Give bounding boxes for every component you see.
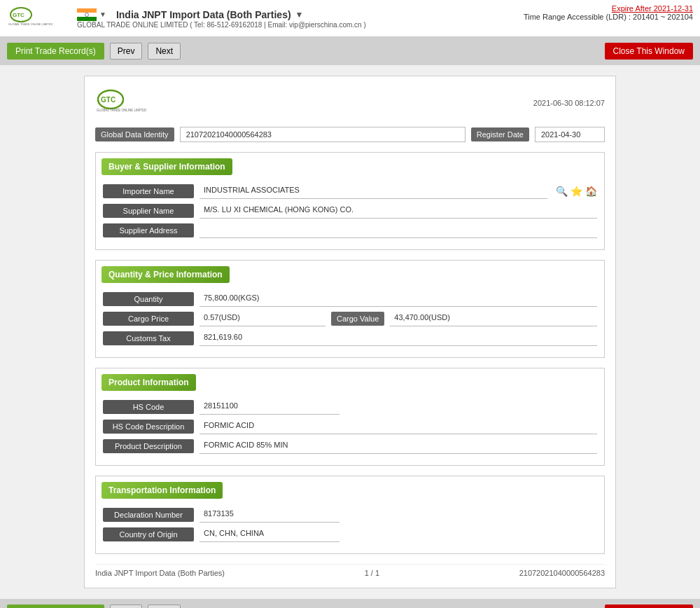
product-section: Product Information HS Code 28151100 HS … [95, 368, 605, 466]
product-desc-value: FORMIC ACID 85% MIN [200, 438, 597, 454]
home-icon[interactable]: 🏠 [585, 186, 597, 197]
search-icon[interactable]: 🔍 [556, 186, 568, 197]
bottom-toolbar: Print Trade Record(s) Prev Next Close Th… [0, 599, 700, 608]
cargo-price-value: 0.57(USD) [200, 311, 326, 326]
gdi-row: Global Data Identity 2107202104000056428… [95, 127, 605, 142]
transportation-section: Transportation Information Declaration N… [95, 476, 605, 554]
svg-rect-4 [77, 8, 97, 13]
buyer-supplier-title: Buyer & Supplier Information [102, 158, 232, 175]
bottom-next-button[interactable]: Next [148, 604, 181, 608]
supplier-row: Supplier Name M/S. LU XI CHEMICAL (HONG … [103, 203, 597, 219]
gdi-value: 21072021040000564283 [180, 127, 465, 142]
print-button[interactable]: Print Trade Record(s) [7, 43, 104, 60]
india-flag [77, 8, 97, 21]
svg-text:GTC: GTC [13, 12, 24, 18]
svg-text:GTC: GTC [101, 96, 115, 104]
logo-area: GTC GLOBAL TRADE ONLINE LIMITED [7, 4, 63, 32]
next-button[interactable]: Next [148, 43, 181, 60]
buyer-supplier-section: Buyer & Supplier Information Importer Na… [95, 152, 605, 250]
ldr-label: Time Range Accessible (LDR) : 201401 ~ 2… [524, 13, 693, 21]
main-content: GTC GLOBAL TRADE ONLINE LIMITED 2021-06-… [0, 65, 700, 599]
register-date-label: Register Date [471, 127, 529, 141]
header-subtitle: GLOBAL TRADE ONLINE LIMITED ( Tel: 86-51… [77, 21, 366, 29]
bottom-close-button[interactable]: Close This Window [605, 604, 693, 608]
record-header: GTC GLOBAL TRADE ONLINE LIMITED 2021-06-… [95, 87, 605, 118]
prev-button[interactable]: Prev [110, 43, 143, 60]
hs-desc-value: FORMIC ACID [200, 419, 597, 434]
country-origin-label: Country of Origin [103, 527, 194, 541]
transportation-title: Transportation Information [102, 482, 223, 499]
company-logo: GTC GLOBAL TRADE ONLINE LIMITED [7, 4, 63, 32]
star-icon[interactable]: ⭐ [570, 186, 582, 197]
quantity-row: Quantity 75,800.00(KGS) [103, 291, 597, 307]
header-right: Expire After 2021-12-31 Time Range Acces… [524, 4, 693, 21]
flag-area: ▼ [77, 8, 106, 21]
bottom-prev-button[interactable]: Prev [110, 604, 143, 608]
expire-label[interactable]: Expire After 2021-12-31 [524, 4, 693, 13]
svg-text:GLOBAL TRADE ONLINE LIMITED: GLOBAL TRADE ONLINE LIMITED [97, 109, 147, 112]
record-id: 21072021040000564283 [519, 569, 605, 577]
importer-icons: 🔍 ⭐ 🏠 [556, 186, 597, 197]
quantity-value: 75,800.00(KGS) [200, 291, 597, 307]
customs-tax-label: Customs Tax [103, 331, 194, 345]
record-logo: GTC GLOBAL TRADE ONLINE LIMITED [95, 87, 172, 118]
top-toolbar: Print Trade Record(s) Prev Next Close Th… [0, 37, 700, 65]
bottom-print-button[interactable]: Print Trade Record(s) [7, 604, 104, 608]
hs-code-label: HS Code [103, 400, 194, 414]
record-timestamp: 2021-06-30 08:12:07 [533, 99, 605, 107]
importer-row: Importer Name INDUSTRIAL ASSOCIATES 🔍 ⭐ … [103, 184, 597, 199]
supplier-address-row: Supplier Address [103, 223, 597, 238]
importer-label: Importer Name [103, 184, 194, 198]
buyer-supplier-body: Importer Name INDUSTRIAL ASSOCIATES 🔍 ⭐ … [96, 181, 604, 249]
cargo-value-label: Cargo Value [331, 312, 384, 326]
transportation-body: Declaration Number 8173135 Country of Or… [96, 504, 604, 553]
customs-tax-value: 821,619.60 [200, 331, 597, 346]
hs-code-value: 28151100 [200, 399, 340, 415]
svg-text:GLOBAL TRADE ONLINE LIMITED: GLOBAL TRADE ONLINE LIMITED [8, 22, 52, 26]
supplier-value: M/S. LU XI CHEMICAL (HONG KONG) CO. [200, 203, 597, 219]
gdi-label: Global Data Identity [95, 127, 174, 141]
close-button[interactable]: Close This Window [605, 43, 693, 60]
supplier-label: Supplier Name [103, 204, 194, 218]
hs-desc-row: HS Code Description FORMIC ACID [103, 419, 597, 434]
cargo-price-label: Cargo Price [103, 312, 194, 326]
page-title: India JNPT Import Data (Both Parties) [116, 9, 291, 20]
quantity-price-title: Quantity & Price Information [102, 266, 230, 283]
country-origin-row: Country of Origin CN, CHN, CHINA [103, 527, 597, 542]
record-data-type: India JNPT Import Data (Both Parties) [95, 569, 225, 577]
record-page: 1 / 1 [365, 569, 379, 577]
country-origin-value: CN, CHN, CHINA [200, 527, 340, 542]
declaration-label: Declaration Number [103, 508, 194, 522]
declaration-row: Declaration Number 8173135 [103, 507, 597, 523]
hs-code-row: HS Code 28151100 [103, 399, 597, 415]
quantity-label: Quantity [103, 292, 194, 306]
svg-rect-5 [77, 13, 97, 17]
record-card: GTC GLOBAL TRADE ONLINE LIMITED 2021-06-… [84, 76, 616, 588]
register-date-value: 2021-04-30 [535, 127, 605, 142]
record-footer: India JNPT Import Data (Both Parties) 1 … [95, 564, 605, 577]
product-desc-label: Product Description [103, 439, 194, 453]
cargo-value-value: 43,470.00(USD) [390, 311, 597, 326]
supplier-address-label: Supplier Address [103, 223, 194, 237]
customs-tax-row: Customs Tax 821,619.60 [103, 331, 597, 346]
product-title: Product Information [102, 374, 196, 391]
quantity-price-section: Quantity & Price Information Quantity 75… [95, 260, 605, 358]
product-body: HS Code 28151100 HS Code Description FOR… [96, 396, 604, 465]
title-dropdown[interactable]: ▼ [295, 10, 304, 20]
importer-value: INDUSTRIAL ASSOCIATES [200, 184, 547, 199]
hs-desc-label: HS Code Description [103, 420, 194, 434]
supplier-address-value [200, 223, 597, 238]
cargo-price-row: Cargo Price 0.57(USD) Cargo Value 43,470… [103, 311, 597, 326]
header: GTC GLOBAL TRADE ONLINE LIMITED ▼ India … [0, 0, 700, 37]
quantity-price-body: Quantity 75,800.00(KGS) Cargo Price 0.57… [96, 289, 604, 357]
product-desc-row: Product Description FORMIC ACID 85% MIN [103, 438, 597, 454]
declaration-value: 8173135 [200, 507, 340, 523]
